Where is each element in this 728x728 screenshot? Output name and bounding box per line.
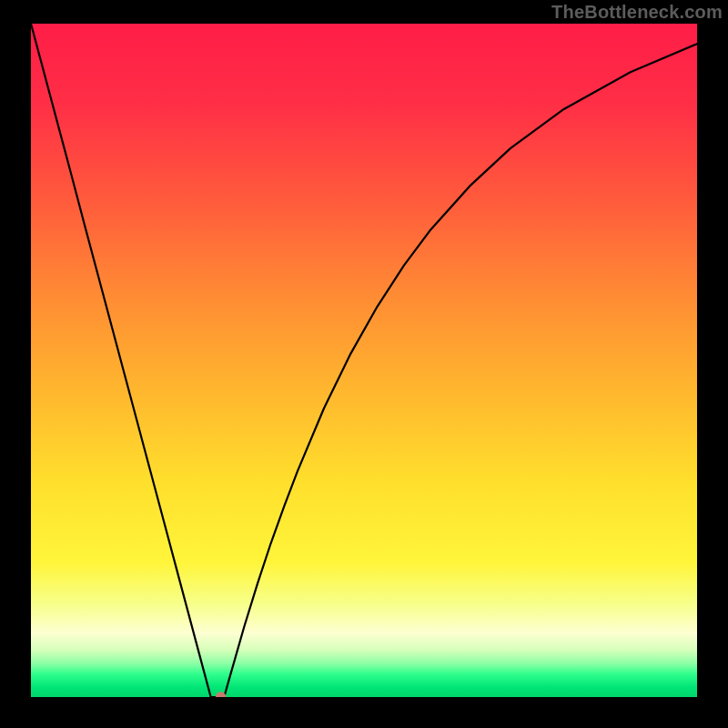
gradient-background — [31, 24, 697, 697]
plot-area — [31, 24, 697, 697]
chart-frame: TheBottleneck.com — [0, 0, 728, 728]
plot-svg — [31, 24, 697, 697]
watermark-text: TheBottleneck.com — [551, 2, 723, 23]
